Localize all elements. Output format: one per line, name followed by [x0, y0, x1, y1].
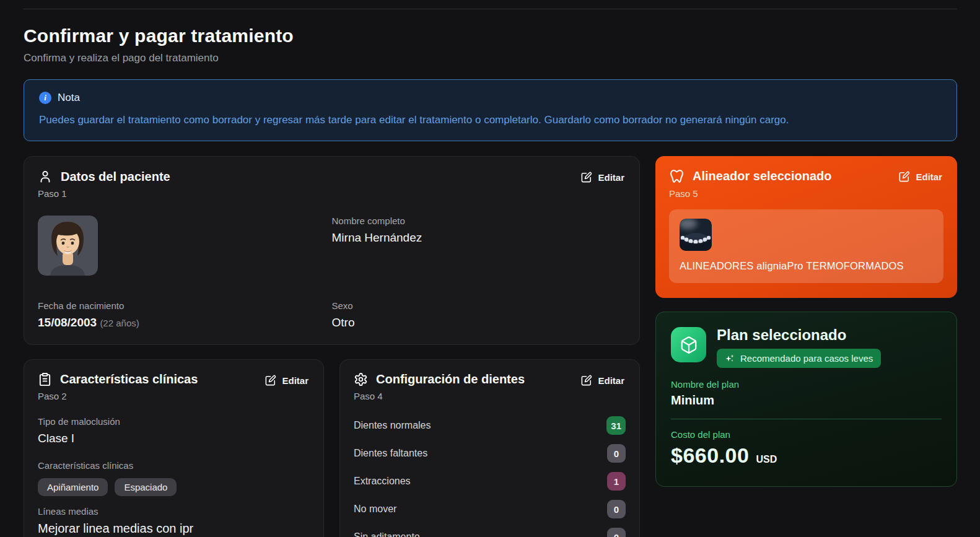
patient-birth-value: 15/08/2003 (22 años) — [38, 316, 332, 330]
teeth-row-label: No mover — [354, 504, 396, 515]
teeth-card: Configuración de dientes Paso 4 — [339, 359, 640, 537]
teeth-row-label: Dientes faltantes — [354, 448, 427, 459]
aligner-panel: ALINEADORES aligniaPro TERMOFORMADOS — [669, 209, 943, 283]
teeth-edit-button[interactable]: Editar — [579, 372, 626, 389]
count-badge: 1 — [607, 472, 626, 491]
aligner-card-title: Alineador seleccionado — [693, 169, 832, 183]
aligner-step: Paso 5 — [669, 188, 832, 199]
patient-name-value: Mirna Hernández — [332, 231, 626, 245]
note-title: Nota — [58, 92, 80, 104]
patient-age: (22 años) — [100, 318, 139, 328]
clinical-step: Paso 2 — [38, 391, 198, 401]
plan-recommended-badge: Recomendado para casos leves — [717, 349, 881, 368]
patient-edit-label: Editar — [598, 172, 624, 183]
malocclusion-label: Tipo de maloclusión — [38, 416, 310, 427]
patient-avatar — [38, 216, 98, 276]
teeth-row: Extracciones 1 — [354, 472, 626, 491]
clinical-edit-label: Editar — [282, 375, 308, 386]
teeth-row: Dientes faltantes 0 — [354, 444, 626, 463]
left-column: Datos del paciente Paso 1 Editar — [24, 156, 640, 537]
aligner-edit-label: Editar — [916, 172, 942, 182]
clinical-edit-button[interactable]: Editar — [263, 372, 310, 389]
teeth-card-title: Configuración de dientes — [376, 372, 525, 386]
edit-icon — [580, 375, 592, 386]
edit-icon — [898, 171, 910, 183]
plan-cost-label: Costo del plan — [671, 429, 942, 440]
page: Confirmar y pagar tratamiento Confirma y… — [0, 9, 980, 537]
aligner-card: Alineador seleccionado Paso 5 Editar — [655, 156, 957, 298]
patient-birth-label: Fecha de nacimiento — [38, 300, 332, 311]
teeth-row: No mover 0 — [354, 500, 626, 518]
teeth-row-label: Extracciones — [354, 476, 411, 487]
clinical-chip: Apiñamiento — [38, 478, 108, 496]
midlines-value: Mejorar linea medias con ipr — [38, 522, 310, 536]
clinical-features-label: Características clínicas — [38, 460, 310, 471]
teeth-edit-label: Editar — [598, 375, 624, 386]
teeth-row-label: Dientes normales — [354, 420, 431, 431]
aligner-edit-button[interactable]: Editar — [897, 168, 943, 185]
aligner-thumbnail — [680, 219, 712, 251]
teeth-step: Paso 4 — [354, 391, 525, 401]
patient-sex-label: Sexo — [332, 300, 626, 311]
edit-icon — [580, 172, 592, 183]
patient-name-label: Nombre completo — [332, 216, 626, 226]
right-column: Alineador seleccionado Paso 5 Editar — [655, 156, 957, 487]
aligner-product-name: ALINEADORES aligniaPro TERMOFORMADOS — [680, 260, 933, 272]
plan-price: $660.00 — [671, 443, 749, 468]
teeth-row-label: Sin aditamento — [354, 531, 420, 537]
plan-card: Plan seleccionado Recomendado para casos… — [655, 312, 957, 487]
clinical-chip: Espaciado — [115, 478, 177, 496]
patient-step: Paso 1 — [38, 188, 170, 199]
malocclusion-value: Clase I — [38, 432, 310, 445]
box-icon — [671, 327, 706, 362]
count-badge: 0 — [607, 444, 626, 463]
clinical-card: Características clínicas Paso 2 — [24, 359, 324, 537]
left-sub-grid: Características clínicas Paso 2 — [24, 359, 640, 537]
midlines-label: Líneas medias — [38, 506, 310, 517]
clipboard-icon — [38, 372, 52, 386]
patient-card: Datos del paciente Paso 1 Editar — [24, 156, 640, 345]
edit-icon — [265, 375, 276, 386]
patient-edit-button[interactable]: Editar — [579, 169, 626, 186]
note-body: Puedes guardar el tratamiento como borra… — [39, 113, 942, 127]
page-title: Confirmar y pagar tratamiento — [24, 25, 957, 46]
plan-currency: USD — [756, 454, 777, 465]
patient-sex-value: Otro — [332, 316, 626, 330]
plan-name-label: Nombre del plan — [671, 379, 942, 390]
plan-badge-label: Recomendado para casos leves — [740, 353, 873, 364]
plan-name-value: Minium — [671, 393, 942, 408]
page-subtitle: Confirma y realiza el pago del tratamien… — [24, 52, 957, 64]
count-badge: 0 — [607, 528, 626, 537]
gear-icon — [354, 372, 368, 386]
user-icon — [38, 169, 53, 184]
note-banner: i Nota Puedes guardar el tratamiento com… — [24, 79, 957, 141]
sparkles-icon — [725, 354, 735, 364]
info-icon: i — [39, 92, 51, 104]
main-grid: Datos del paciente Paso 1 Editar — [24, 156, 957, 537]
patient-card-title: Datos del paciente — [61, 170, 170, 184]
count-badge: 0 — [607, 500, 626, 518]
teeth-row: Sin aditamento 0 — [354, 528, 626, 537]
teeth-row: Dientes normales 31 — [354, 416, 626, 435]
tooth-icon — [669, 168, 685, 184]
count-badge: 31 — [606, 416, 626, 435]
top-divider — [24, 9, 957, 9]
plan-card-title: Plan seleccionado — [717, 327, 881, 343]
clinical-card-title: Características clínicas — [60, 372, 198, 386]
plan-divider — [671, 419, 942, 419]
